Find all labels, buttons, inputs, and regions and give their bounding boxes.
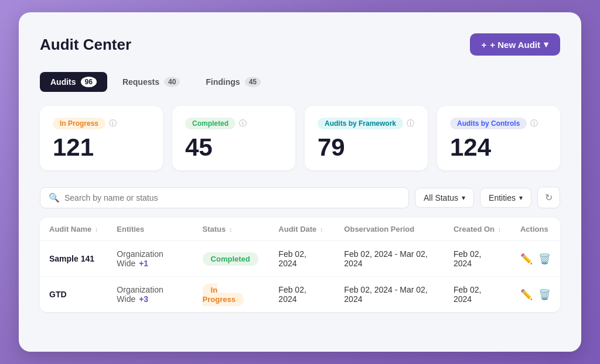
row2-delete-icon[interactable]: 🗑️ (538, 289, 551, 301)
audit-date-sort-icon[interactable]: ↕ (320, 226, 323, 233)
tab-findings-label: Findings (206, 77, 240, 87)
audit-name-sort-icon[interactable]: ↕ (95, 226, 98, 233)
row1-actions: ✏️ 🗑️ (511, 241, 560, 277)
new-audit-button[interactable]: + + New Audit ▾ (470, 33, 560, 56)
completed-value: 45 (185, 135, 282, 160)
tab-requests-badge: 40 (164, 77, 180, 87)
col-status: Status ↕ (193, 218, 270, 241)
table-row: GTD Organization Wide +3 In Progress Feb… (40, 277, 560, 313)
tab-requests-label: Requests (122, 77, 159, 87)
row2-status: In Progress (193, 277, 270, 313)
row1-edit-icon[interactable]: ✏️ (520, 253, 533, 265)
row2-entities-extra: +3 (139, 294, 148, 304)
row1-delete-icon[interactable]: 🗑️ (538, 253, 551, 265)
completed-badge: Completed (185, 118, 236, 129)
col-observation-period: Observation Period (335, 218, 444, 241)
col-actions: Actions (511, 218, 560, 241)
row1-entities-extra: +1 (139, 259, 148, 268)
row1-created-on: Feb 02, 2024 (444, 241, 511, 277)
stat-card-in-progress: In Progress ⓘ 121 (40, 106, 163, 170)
tab-requests[interactable]: Requests 40 (112, 72, 190, 92)
refresh-button[interactable]: ↻ (537, 187, 560, 208)
all-status-filter[interactable]: All Status ▾ (415, 188, 474, 208)
row2-action-icons: ✏️ 🗑️ (520, 289, 551, 301)
refresh-icon: ↻ (545, 192, 553, 203)
stat-card-by-controls: Audits by Controls ⓘ 124 (437, 106, 560, 170)
row2-entities: Organization Wide +3 (107, 277, 193, 313)
row2-status-badge: In Progress (203, 283, 244, 306)
tab-findings[interactable]: Findings 45 (195, 72, 271, 92)
row1-observation-period: Feb 02, 2024 - Mar 02, 2024 (335, 241, 444, 277)
search-icon: 🔍 (49, 193, 60, 203)
in-progress-value: 121 (53, 135, 150, 160)
in-progress-badge: In Progress (53, 118, 105, 129)
audit-table: Audit Name ↕ Entities Status ↕ Audit Dat… (40, 218, 560, 312)
entities-filter[interactable]: Entities ▾ (480, 188, 531, 208)
completed-info-icon[interactable]: ⓘ (239, 118, 247, 129)
row1-audit-date: Feb 02, 2024 (269, 241, 335, 277)
col-created-on: Created On ↕ (444, 218, 511, 241)
col-entities: Entities (107, 218, 193, 241)
col-audit-name: Audit Name ↕ (40, 218, 107, 241)
tab-audits[interactable]: Audits 96 (40, 72, 107, 92)
row2-edit-icon[interactable]: ✏️ (520, 289, 533, 301)
entities-label: Entities (489, 193, 516, 202)
row1-status-badge: Completed (203, 252, 258, 266)
row2-audit-date: Feb 02, 2024 (269, 277, 335, 313)
row1-entities: Organization Wide +1 (107, 241, 193, 277)
search-filter-row: 🔍 All Status ▾ Entities ▾ ↻ (40, 187, 560, 208)
row2-created-on: Feb 02, 2024 (444, 277, 511, 313)
row1-action-icons: ✏️ 🗑️ (520, 253, 551, 265)
status-chevron-icon: ▾ (462, 194, 465, 202)
by-framework-value: 79 (318, 135, 415, 160)
row1-status: Completed (193, 241, 270, 277)
stat-card-by-framework: Audits by Framework ⓘ 79 (305, 106, 428, 170)
row2-actions: ✏️ 🗑️ (511, 277, 560, 313)
created-on-sort-icon[interactable]: ↕ (498, 226, 502, 233)
main-card: Audit Center + + New Audit ▾ Audits 96 R… (19, 12, 581, 352)
row1-audit-name: Sample 141 (40, 241, 107, 277)
row2-audit-name: GTD (40, 277, 107, 313)
by-controls-info-icon[interactable]: ⓘ (530, 118, 538, 129)
chevron-down-icon: ▾ (544, 39, 548, 50)
by-controls-badge: Audits by Controls (450, 118, 527, 129)
all-status-label: All Status (424, 193, 458, 202)
search-box: 🔍 (40, 187, 409, 208)
stats-row: In Progress ⓘ 121 Completed ⓘ 45 Audits … (40, 106, 560, 170)
by-framework-badge: Audits by Framework (318, 118, 403, 129)
by-controls-value: 124 (450, 135, 547, 160)
by-framework-info-icon[interactable]: ⓘ (407, 118, 414, 129)
header-row: Audit Center + + New Audit ▾ (40, 33, 560, 56)
search-input[interactable] (64, 193, 400, 202)
row2-observation-period: Feb 02, 2024 - Mar 02, 2024 (335, 277, 444, 313)
new-audit-label: + New Audit (490, 40, 540, 50)
in-progress-info-icon[interactable]: ⓘ (109, 118, 117, 129)
col-audit-date: Audit Date ↕ (269, 218, 335, 241)
entities-chevron-icon: ▾ (519, 194, 523, 202)
plus-icon: + (482, 40, 487, 50)
table-row: Sample 141 Organization Wide +1 Complete… (40, 241, 560, 277)
tab-findings-badge: 45 (245, 77, 261, 87)
tab-audits-label: Audits (50, 77, 76, 87)
status-sort-icon[interactable]: ↕ (229, 226, 233, 233)
tab-audits-badge: 96 (81, 77, 97, 87)
tabs-row: Audits 96 Requests 40 Findings 45 (40, 72, 560, 92)
page-title: Audit Center (40, 36, 131, 54)
stat-card-completed: Completed ⓘ 45 (172, 106, 295, 170)
